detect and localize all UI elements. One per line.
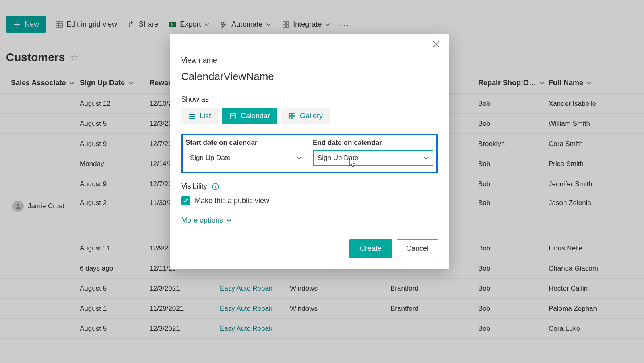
visibility-label: Visibility [181,182,207,191]
svg-rect-11 [230,114,236,119]
info-icon[interactable] [211,183,219,191]
gallery-icon [289,113,296,120]
public-view-label: Make this a public view [195,197,269,205]
svg-point-19 [215,184,216,185]
svg-rect-14 [293,113,295,116]
svg-rect-16 [293,117,295,119]
end-date-dropdown[interactable]: Sign Up Date [313,150,433,166]
gallery-label: Gallery [300,112,323,120]
chevron-down-icon [296,155,302,161]
cancel-button[interactable]: Cancel [397,239,438,258]
start-date-dropdown[interactable]: Sign Up Date [186,150,306,166]
end-date-label: End date on calendar [313,139,433,147]
chevron-down-icon [226,218,232,224]
create-view-dialog: View name Show as List Calendar Galler [170,34,449,269]
more-options-link[interactable]: More options [181,216,438,225]
show-as-gallery[interactable]: Gallery [281,108,330,124]
view-name-label: View name [181,56,438,65]
show-as-list[interactable]: List [181,108,218,124]
end-date-value: Sign Up Date [318,154,358,162]
chevron-down-icon [423,155,429,161]
view-name-input[interactable] [181,69,438,86]
calendar-icon [229,113,237,120]
create-button[interactable]: Create [349,239,392,258]
show-as-label: Show as [181,95,438,104]
public-view-checkbox-row[interactable]: Make this a public view [181,196,438,205]
list-label: List [200,112,211,120]
calendar-label: Calendar [241,112,270,120]
date-fields-highlight: Start date on calendar Sign Up Date End … [181,134,438,173]
start-date-label: Start date on calendar [186,139,306,147]
start-date-value: Sign Up Date [190,154,231,162]
show-as-calendar[interactable]: Calendar [222,108,277,124]
close-icon [432,40,440,48]
svg-rect-15 [289,117,292,119]
svg-rect-13 [289,113,292,116]
more-options-label: More options [181,216,223,225]
public-view-checkbox[interactable] [181,196,190,205]
check-icon [183,198,188,203]
close-button[interactable] [432,39,440,50]
modal-overlay: View name Show as List Calendar Galler [0,0,644,363]
list-icon [188,113,196,120]
